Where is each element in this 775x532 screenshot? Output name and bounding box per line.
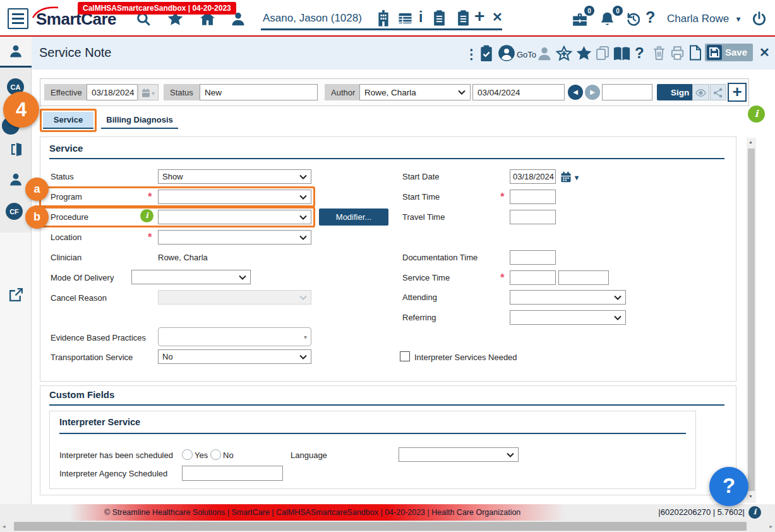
patient-tab-name[interactable]: Asano, Jason (1028) xyxy=(263,12,362,25)
service-time-label: Service Time xyxy=(402,273,450,282)
location-select[interactable] xyxy=(158,230,311,245)
staff-person-icon[interactable] xyxy=(536,45,553,62)
author-select[interactable]: Rowe, Charla xyxy=(359,84,471,100)
start-date-caret-icon[interactable]: ▾ xyxy=(575,174,579,181)
custom-fields-rule xyxy=(49,404,724,406)
tab-billing-diagnosis[interactable]: Billing Diagnosis xyxy=(101,112,178,129)
info-icon-green[interactable]: i xyxy=(748,106,765,123)
environment-badge: CalMHSASmartcareSandbox | 04-20-2023 xyxy=(78,2,236,15)
census-table-icon[interactable] xyxy=(397,11,414,26)
save-floppy-icon xyxy=(707,45,722,60)
sidebar-badge-cf[interactable]: CF xyxy=(6,203,23,220)
sidebar-item-programs-door-icon[interactable] xyxy=(8,141,23,157)
new-document-icon[interactable] xyxy=(688,44,702,61)
help-fab-button[interactable]: ? xyxy=(709,467,748,506)
add-button[interactable]: + xyxy=(728,83,747,102)
travel-time-input[interactable] xyxy=(510,210,556,224)
author-select-value: Rowe, Charla xyxy=(364,88,416,97)
interpreter-needed-checkbox[interactable] xyxy=(400,351,410,361)
service-time-input[interactable] xyxy=(510,270,556,285)
page-help-icon[interactable]: ? xyxy=(635,45,644,61)
custom-fields-heading: Custom Fields xyxy=(49,389,114,400)
interpreter-scheduled-no-radio[interactable] xyxy=(210,449,221,460)
knowledge-book-icon[interactable] xyxy=(612,46,632,62)
logout-power-icon[interactable] xyxy=(751,11,767,27)
print-icon[interactable] xyxy=(669,45,686,61)
kebab-menu-icon[interactable]: ⋮ xyxy=(465,47,478,61)
patient-info-icon[interactable]: i xyxy=(419,10,423,25)
attending-select[interactable] xyxy=(510,290,626,305)
start-date-input[interactable]: 03/18/2024 xyxy=(510,169,556,184)
goto-label[interactable]: GoTo xyxy=(517,50,536,59)
user-caret-icon[interactable]: ▾ xyxy=(736,15,740,23)
cosign-input[interactable] xyxy=(602,84,652,100)
sidebar-item-client-active[interactable] xyxy=(0,37,32,68)
vertical-scrollbar-thumb[interactable] xyxy=(748,148,755,491)
modifier-button[interactable]: Modifier... xyxy=(319,209,388,226)
effective-date-input[interactable]: 03/18/2024 xyxy=(87,84,138,100)
scroll-up-arrow[interactable]: ▲ xyxy=(748,140,753,144)
evidence-based-practices-combo[interactable]: ▾ xyxy=(158,327,311,346)
chevron-down-icon xyxy=(299,174,307,179)
horizontal-scrollbar-thumb[interactable] xyxy=(14,522,747,531)
documentation-time-input[interactable] xyxy=(510,250,556,265)
callout-b: b xyxy=(25,205,49,229)
highlight-procedure-row xyxy=(39,207,315,227)
scroll-down-arrow[interactable]: ▼ xyxy=(748,494,753,499)
interpreter-scheduled-no-label[interactable]: No xyxy=(223,450,234,460)
horizontal-scrollbar[interactable]: ◂ ▸ xyxy=(0,521,775,532)
help-icon[interactable]: ? xyxy=(646,9,655,25)
save-button[interactable]: Save xyxy=(705,44,753,61)
person-icon xyxy=(8,44,23,59)
view-eye-button[interactable] xyxy=(692,84,709,100)
save-label: Save xyxy=(725,47,747,57)
delete-trash-icon[interactable] xyxy=(651,44,667,61)
user-menu[interactable]: Charla Rowe xyxy=(667,13,729,25)
language-select[interactable] xyxy=(399,447,519,462)
hospital-icon[interactable] xyxy=(376,9,391,27)
start-time-required-asterisk: * xyxy=(500,191,505,203)
prev-note-button[interactable]: ◀ xyxy=(568,85,583,100)
favorite-star-icon[interactable] xyxy=(575,45,592,62)
effective-calendar-button[interactable]: ▾ xyxy=(138,84,159,100)
interpreter-scheduled-yes-radio[interactable] xyxy=(182,449,193,460)
share-button[interactable] xyxy=(710,84,726,100)
footer-info-icon[interactable]: i xyxy=(748,506,761,519)
vertical-scrollbar[interactable]: ▲ ▼ xyxy=(747,138,756,503)
effective-label: Effective xyxy=(44,84,88,100)
status-select[interactable]: Show xyxy=(158,169,311,184)
interpreter-scheduled-yes-label[interactable]: Yes xyxy=(195,450,208,460)
close-patient-icon[interactable]: ✕ xyxy=(492,11,503,23)
open-patient-plus-icon[interactable]: + xyxy=(474,8,484,25)
calendar-icon xyxy=(141,88,151,98)
clipboard-icon-1[interactable] xyxy=(432,9,447,26)
clipboard-icon-2[interactable] xyxy=(456,9,471,26)
chevron-down-icon xyxy=(299,354,307,360)
transportation-select[interactable]: No xyxy=(158,349,311,364)
interpreter-agency-input[interactable] xyxy=(182,466,283,481)
status-input[interactable]: New xyxy=(200,84,318,100)
chevron-down-icon xyxy=(614,295,622,300)
service-time-units-input[interactable] xyxy=(558,270,609,285)
chevron-down-icon xyxy=(507,452,514,457)
mode-of-delivery-select[interactable] xyxy=(131,270,251,284)
close-page-icon[interactable]: ✕ xyxy=(759,46,770,59)
scroll-right-arrow[interactable]: ▸ xyxy=(769,523,772,529)
documentation-time-label: Documentation Time xyxy=(402,253,478,262)
referring-select[interactable] xyxy=(510,310,626,325)
hamburger-bar xyxy=(12,13,24,15)
author-avatar-icon[interactable] xyxy=(498,44,515,62)
next-note-button[interactable]: ▶ xyxy=(585,85,600,100)
author-date-input[interactable]: 03/04/2024 xyxy=(472,84,565,100)
status-label: Status xyxy=(164,84,200,100)
sidebar-item-external-link-icon[interactable] xyxy=(8,287,24,303)
note-clipboard-check-icon[interactable] xyxy=(479,45,494,61)
sidebar-item-staff-icon[interactable] xyxy=(8,172,23,187)
hamburger-menu-button[interactable] xyxy=(8,8,28,29)
favorite-add-star-icon[interactable] xyxy=(555,45,573,63)
scroll-left-arrow[interactable]: ◂ xyxy=(3,523,6,529)
start-time-input[interactable] xyxy=(510,190,556,204)
start-date-calendar-icon[interactable] xyxy=(560,171,572,183)
copy-icon[interactable] xyxy=(595,45,610,61)
history-icon[interactable] xyxy=(625,11,642,27)
